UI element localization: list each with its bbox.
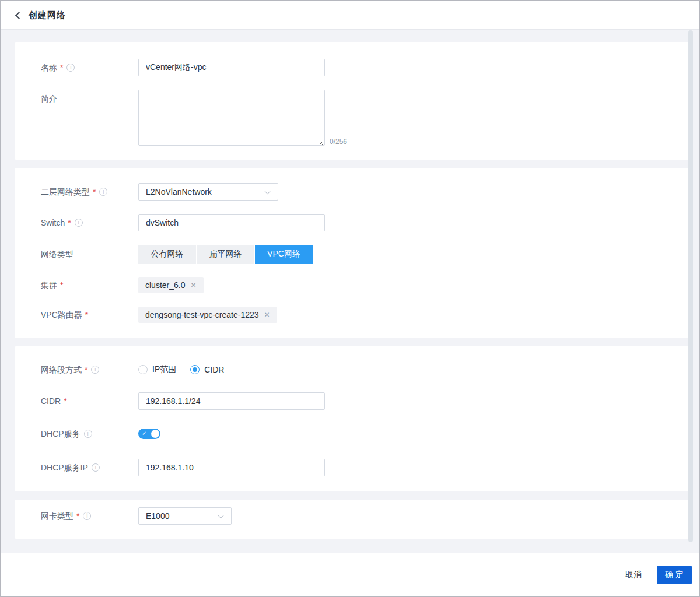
cidr-label: CIDR * xyxy=(41,395,138,407)
chevron-down-icon xyxy=(264,188,271,194)
cluster-tag: cluster_6.0 ✕ xyxy=(138,277,204,293)
name-label: 名称 * i xyxy=(41,62,138,73)
info-icon[interactable]: i xyxy=(84,430,92,438)
l2-type-select[interactable]: L2NoVlanNetwork xyxy=(138,183,278,201)
dhcp-ip-row: DHCP服务IP i xyxy=(41,459,688,476)
segment-config-card: 网络段方式 * i IP范围 CIDR CIDR * xyxy=(15,346,688,491)
segment-public-network[interactable]: 公有网络 xyxy=(138,245,196,264)
segment-method-row: 网络段方式 * i IP范围 CIDR xyxy=(41,364,688,375)
info-icon[interactable]: i xyxy=(66,64,75,72)
radio-circle xyxy=(138,365,148,374)
required-mark: * xyxy=(60,62,63,73)
network-type-row: 网络类型 公有网络 扁平网络 VPC网络 xyxy=(41,245,688,264)
dhcp-ip-label: DHCP服务IP i xyxy=(41,462,138,473)
page-title: 创建网络 xyxy=(29,10,66,21)
cancel-button[interactable]: 取消 xyxy=(625,570,642,580)
vpc-router-tag: dengsong-test-vpc-create-1223 ✕ xyxy=(138,307,277,323)
switch-input[interactable] xyxy=(138,214,325,231)
nic-type-label: 网卡类型 * i xyxy=(41,510,138,522)
name-row: 名称 * i xyxy=(41,59,688,76)
vpc-router-row: VPC路由器 * dengsong-test-vpc-create-1223 ✕ xyxy=(41,307,688,323)
description-textarea[interactable] xyxy=(138,90,325,146)
dhcp-toggle[interactable]: ✓ xyxy=(138,429,160,439)
close-icon[interactable]: ✕ xyxy=(190,281,196,289)
required-mark: * xyxy=(76,510,79,522)
cluster-row: 集群 * cluster_6.0 ✕ xyxy=(41,277,688,293)
nic-type-card: 网卡类型 * i E1000 xyxy=(15,500,688,539)
confirm-button[interactable]: 确 定 xyxy=(657,566,692,584)
dhcp-label: DHCP服务 i xyxy=(41,428,138,440)
switch-label: Switch * i xyxy=(41,217,138,229)
network-type-segments: 公有网络 扁平网络 VPC网络 xyxy=(138,245,313,264)
nic-type-row: 网卡类型 * i E1000 xyxy=(41,507,688,525)
page-header: 创建网络 xyxy=(1,1,699,30)
close-icon[interactable]: ✕ xyxy=(264,311,270,319)
l2-type-label: 二层网络类型 * i xyxy=(41,186,138,198)
required-mark: * xyxy=(85,309,88,321)
description-label: 简介 xyxy=(41,93,138,104)
required-mark: * xyxy=(64,395,66,407)
network-type-label: 网络类型 xyxy=(41,248,138,260)
info-icon[interactable]: i xyxy=(92,463,100,472)
dhcp-row: DHCP服务 i ✓ xyxy=(41,428,688,440)
info-icon[interactable]: i xyxy=(75,219,83,227)
vpc-router-label: VPC路由器 * xyxy=(41,309,138,321)
basic-info-card: 名称 * i 简介 0/256 xyxy=(15,42,688,160)
radio-circle xyxy=(190,365,200,374)
chevron-down-icon xyxy=(218,512,224,518)
description-row: 简介 0/256 xyxy=(41,90,688,146)
segment-method-radios: IP范围 CIDR xyxy=(138,364,224,375)
info-icon[interactable]: i xyxy=(99,188,107,196)
radio-ip-range[interactable]: IP范围 xyxy=(138,364,176,375)
vertical-scrollbar[interactable] xyxy=(688,30,693,542)
name-input[interactable] xyxy=(138,59,325,76)
required-mark: * xyxy=(85,364,88,375)
cidr-input[interactable] xyxy=(138,392,325,410)
required-mark: * xyxy=(93,186,96,198)
switch-row: Switch * i xyxy=(41,214,688,231)
segment-method-label: 网络段方式 * i xyxy=(41,364,138,375)
required-mark: * xyxy=(60,279,63,291)
segment-vpc-network[interactable]: VPC网络 xyxy=(255,245,313,264)
char-counter: 0/256 xyxy=(330,138,347,146)
back-icon[interactable] xyxy=(15,12,23,19)
segment-flat-network[interactable]: 扁平网络 xyxy=(197,245,254,264)
check-icon: ✓ xyxy=(142,430,146,437)
dhcp-ip-input[interactable] xyxy=(138,459,325,476)
cidr-row: CIDR * xyxy=(41,392,688,410)
create-network-window: 创建网络 名称 * i 简介 0/256 二层网络类型 * xyxy=(0,0,700,597)
footer-actions: 取消 确 定 xyxy=(1,553,699,596)
info-icon[interactable]: i xyxy=(83,512,91,520)
cluster-label: 集群 * xyxy=(41,279,138,291)
l2-type-row: 二层网络类型 * i L2NoVlanNetwork xyxy=(41,183,688,201)
radio-cidr[interactable]: CIDR xyxy=(190,365,224,374)
description-control: 0/256 xyxy=(138,90,347,146)
nic-type-select[interactable]: E1000 xyxy=(138,507,232,525)
toggle-knob xyxy=(151,430,159,438)
required-mark: * xyxy=(68,217,71,229)
info-icon[interactable]: i xyxy=(91,366,99,374)
network-config-card: 二层网络类型 * i L2NoVlanNetwork Switch * i 网络… xyxy=(15,168,688,338)
